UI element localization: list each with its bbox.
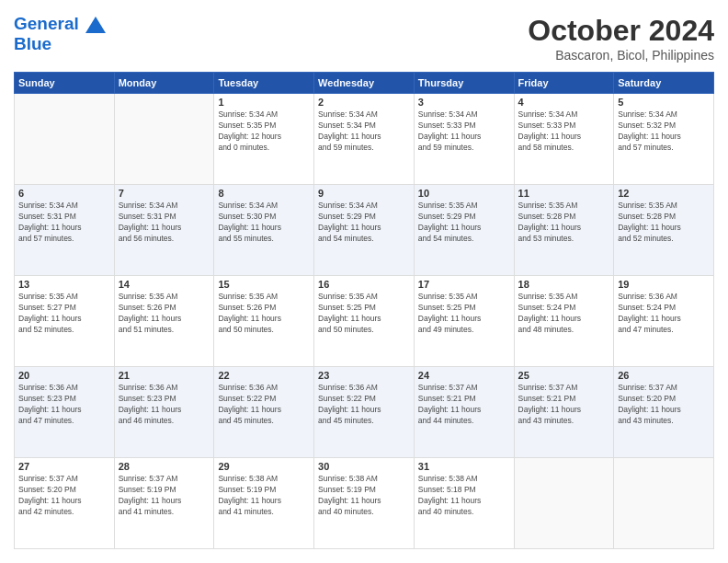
calendar-cell: 29Sunrise: 5:38 AM Sunset: 5:19 PM Dayli… bbox=[214, 458, 314, 549]
calendar-cell: 21Sunrise: 5:36 AM Sunset: 5:23 PM Dayli… bbox=[114, 367, 214, 458]
logo-icon bbox=[85, 17, 106, 33]
day-info: Sunrise: 5:37 AM Sunset: 5:21 PM Dayligh… bbox=[518, 383, 610, 427]
calendar-cell: 2Sunrise: 5:34 AM Sunset: 5:34 PM Daylig… bbox=[314, 94, 415, 185]
calendar-cell: 23Sunrise: 5:36 AM Sunset: 5:22 PM Dayli… bbox=[314, 367, 415, 458]
day-info: Sunrise: 5:36 AM Sunset: 5:22 PM Dayligh… bbox=[318, 383, 410, 427]
calendar-week-1: 1Sunrise: 5:34 AM Sunset: 5:35 PM Daylig… bbox=[15, 94, 714, 185]
day-info: Sunrise: 5:35 AM Sunset: 5:25 PM Dayligh… bbox=[318, 292, 410, 336]
calendar-cell: 28Sunrise: 5:37 AM Sunset: 5:19 PM Dayli… bbox=[114, 458, 214, 549]
calendar-cell: 9Sunrise: 5:34 AM Sunset: 5:29 PM Daylig… bbox=[314, 185, 415, 276]
calendar-cell: 5Sunrise: 5:34 AM Sunset: 5:32 PM Daylig… bbox=[614, 94, 714, 185]
day-info: Sunrise: 5:34 AM Sunset: 5:33 PM Dayligh… bbox=[418, 109, 510, 154]
calendar-cell: 24Sunrise: 5:37 AM Sunset: 5:21 PM Dayli… bbox=[414, 367, 514, 458]
calendar-cell: 19Sunrise: 5:36 AM Sunset: 5:24 PM Dayli… bbox=[614, 276, 714, 367]
day-number: 31 bbox=[418, 461, 510, 472]
calendar-cell: 20Sunrise: 5:36 AM Sunset: 5:23 PM Dayli… bbox=[15, 367, 115, 458]
day-info: Sunrise: 5:35 AM Sunset: 5:26 PM Dayligh… bbox=[119, 292, 210, 336]
calendar-cell: 13Sunrise: 5:35 AM Sunset: 5:27 PM Dayli… bbox=[15, 276, 115, 367]
day-info: Sunrise: 5:34 AM Sunset: 5:34 PM Dayligh… bbox=[318, 109, 410, 154]
day-info: Sunrise: 5:38 AM Sunset: 5:18 PM Dayligh… bbox=[418, 474, 510, 518]
calendar-cell: 3Sunrise: 5:34 AM Sunset: 5:33 PM Daylig… bbox=[414, 94, 514, 185]
calendar-cell: 18Sunrise: 5:35 AM Sunset: 5:24 PM Dayli… bbox=[514, 276, 614, 367]
day-number: 27 bbox=[18, 461, 110, 472]
calendar-header-tuesday: Tuesday bbox=[214, 73, 314, 94]
day-info: Sunrise: 5:35 AM Sunset: 5:26 PM Dayligh… bbox=[218, 292, 310, 336]
day-info: Sunrise: 5:37 AM Sunset: 5:21 PM Dayligh… bbox=[418, 383, 510, 427]
calendar-cell bbox=[514, 458, 614, 549]
calendar-cell: 15Sunrise: 5:35 AM Sunset: 5:26 PM Dayli… bbox=[214, 276, 314, 367]
day-number: 26 bbox=[618, 370, 710, 381]
day-number: 14 bbox=[119, 279, 210, 290]
calendar-cell: 26Sunrise: 5:37 AM Sunset: 5:20 PM Dayli… bbox=[614, 367, 714, 458]
location: Bascaron, Bicol, Philippines bbox=[528, 48, 714, 63]
calendar-header-friday: Friday bbox=[514, 73, 614, 94]
day-number: 30 bbox=[318, 461, 410, 472]
day-number: 19 bbox=[618, 279, 710, 290]
logo-text: General bbox=[14, 14, 106, 34]
calendar-header-saturday: Saturday bbox=[614, 73, 714, 94]
calendar-header-thursday: Thursday bbox=[414, 73, 514, 94]
calendar-cell: 7Sunrise: 5:34 AM Sunset: 5:31 PM Daylig… bbox=[114, 185, 214, 276]
calendar-cell: 10Sunrise: 5:35 AM Sunset: 5:29 PM Dayli… bbox=[414, 185, 514, 276]
day-info: Sunrise: 5:37 AM Sunset: 5:20 PM Dayligh… bbox=[618, 383, 710, 427]
day-number: 7 bbox=[119, 188, 210, 199]
day-number: 13 bbox=[18, 279, 110, 290]
day-info: Sunrise: 5:36 AM Sunset: 5:22 PM Dayligh… bbox=[218, 383, 310, 427]
day-info: Sunrise: 5:35 AM Sunset: 5:29 PM Dayligh… bbox=[418, 201, 510, 245]
day-number: 23 bbox=[318, 370, 410, 381]
logo-blue: Blue bbox=[14, 34, 106, 54]
calendar-cell: 4Sunrise: 5:34 AM Sunset: 5:33 PM Daylig… bbox=[514, 94, 614, 185]
calendar-cell: 27Sunrise: 5:37 AM Sunset: 5:20 PM Dayli… bbox=[15, 458, 115, 549]
day-number: 22 bbox=[218, 370, 310, 381]
day-number: 1 bbox=[218, 97, 310, 108]
day-number: 28 bbox=[119, 461, 210, 472]
calendar-table: SundayMondayTuesdayWednesdayThursdayFrid… bbox=[14, 72, 714, 549]
day-number: 18 bbox=[518, 279, 610, 290]
day-info: Sunrise: 5:34 AM Sunset: 5:31 PM Dayligh… bbox=[18, 201, 110, 245]
day-number: 5 bbox=[618, 97, 710, 108]
day-info: Sunrise: 5:36 AM Sunset: 5:24 PM Dayligh… bbox=[618, 292, 710, 336]
day-info: Sunrise: 5:35 AM Sunset: 5:28 PM Dayligh… bbox=[618, 201, 710, 245]
day-number: 3 bbox=[418, 97, 510, 108]
day-info: Sunrise: 5:34 AM Sunset: 5:30 PM Dayligh… bbox=[218, 201, 310, 245]
header: General Blue October 2024 Bascaron, Bico… bbox=[14, 14, 714, 63]
calendar-week-4: 20Sunrise: 5:36 AM Sunset: 5:23 PM Dayli… bbox=[15, 367, 714, 458]
day-info: Sunrise: 5:34 AM Sunset: 5:35 PM Dayligh… bbox=[218, 109, 310, 154]
day-number: 15 bbox=[218, 279, 310, 290]
title-section: October 2024 Bascaron, Bicol, Philippine… bbox=[528, 14, 714, 63]
day-number: 10 bbox=[418, 188, 510, 199]
calendar-header-row: SundayMondayTuesdayWednesdayThursdayFrid… bbox=[15, 73, 714, 94]
day-number: 9 bbox=[318, 188, 410, 199]
day-info: Sunrise: 5:38 AM Sunset: 5:19 PM Dayligh… bbox=[218, 474, 310, 518]
calendar-cell: 6Sunrise: 5:34 AM Sunset: 5:31 PM Daylig… bbox=[15, 185, 115, 276]
day-info: Sunrise: 5:36 AM Sunset: 5:23 PM Dayligh… bbox=[18, 383, 110, 427]
calendar-cell: 8Sunrise: 5:34 AM Sunset: 5:30 PM Daylig… bbox=[214, 185, 314, 276]
calendar-cell: 31Sunrise: 5:38 AM Sunset: 5:18 PM Dayli… bbox=[414, 458, 514, 549]
calendar-week-5: 27Sunrise: 5:37 AM Sunset: 5:20 PM Dayli… bbox=[15, 458, 714, 549]
day-info: Sunrise: 5:35 AM Sunset: 5:25 PM Dayligh… bbox=[418, 292, 510, 336]
calendar-cell: 12Sunrise: 5:35 AM Sunset: 5:28 PM Dayli… bbox=[614, 185, 714, 276]
calendar-header-monday: Monday bbox=[114, 73, 214, 94]
logo: General Blue bbox=[14, 14, 106, 54]
calendar-cell bbox=[614, 458, 714, 549]
calendar-header-wednesday: Wednesday bbox=[314, 73, 415, 94]
calendar-cell: 1Sunrise: 5:34 AM Sunset: 5:35 PM Daylig… bbox=[214, 94, 314, 185]
day-info: Sunrise: 5:34 AM Sunset: 5:31 PM Dayligh… bbox=[119, 201, 210, 245]
calendar-week-3: 13Sunrise: 5:35 AM Sunset: 5:27 PM Dayli… bbox=[15, 276, 714, 367]
day-number: 12 bbox=[618, 188, 710, 199]
day-number: 6 bbox=[18, 188, 110, 199]
day-number: 29 bbox=[218, 461, 310, 472]
day-info: Sunrise: 5:34 AM Sunset: 5:33 PM Dayligh… bbox=[518, 109, 610, 154]
calendar-cell bbox=[114, 94, 214, 185]
day-info: Sunrise: 5:37 AM Sunset: 5:20 PM Dayligh… bbox=[18, 474, 110, 518]
day-info: Sunrise: 5:36 AM Sunset: 5:23 PM Dayligh… bbox=[119, 383, 210, 427]
day-number: 16 bbox=[318, 279, 410, 290]
day-info: Sunrise: 5:38 AM Sunset: 5:19 PM Dayligh… bbox=[318, 474, 410, 518]
day-info: Sunrise: 5:34 AM Sunset: 5:32 PM Dayligh… bbox=[618, 109, 710, 154]
calendar-cell: 25Sunrise: 5:37 AM Sunset: 5:21 PM Dayli… bbox=[514, 367, 614, 458]
month-year: October 2024 bbox=[528, 14, 714, 48]
calendar-cell: 17Sunrise: 5:35 AM Sunset: 5:25 PM Dayli… bbox=[414, 276, 514, 367]
day-number: 21 bbox=[119, 370, 210, 381]
calendar-cell: 22Sunrise: 5:36 AM Sunset: 5:22 PM Dayli… bbox=[214, 367, 314, 458]
calendar-cell bbox=[15, 94, 115, 185]
